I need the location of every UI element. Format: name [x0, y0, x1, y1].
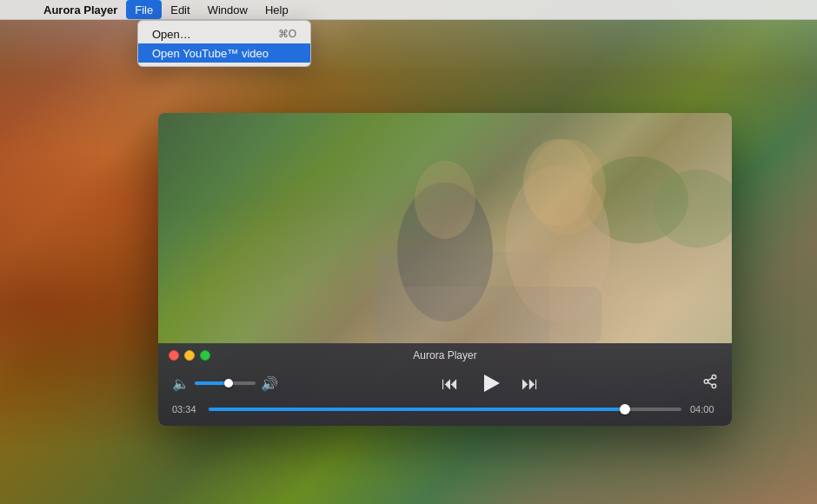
menu-item-open[interactable]: Open… ⌘O — [138, 24, 310, 43]
progress-fill — [209, 408, 625, 411]
rewind-icon: ⏮ — [442, 374, 459, 394]
player-title: Aurora Player — [413, 349, 476, 361]
menubar-app-name[interactable]: Aurora Player — [35, 0, 126, 19]
svg-point-11 — [704, 380, 708, 384]
minimize-button[interactable] — [184, 350, 195, 361]
menubar-edit[interactable]: Edit — [162, 0, 198, 19]
svg-line-14 — [707, 378, 712, 381]
progress-row: 03:34 04:00 — [158, 399, 732, 420]
maximize-button[interactable] — [200, 350, 210, 361]
volume-low-icon[interactable]: 🔈 — [172, 375, 189, 392]
volume-section: 🔈 🔊 — [172, 375, 278, 392]
title-bar: Aurora Player — [158, 343, 732, 368]
window-buttons — [169, 350, 210, 361]
forward-button[interactable]: ⏭ — [521, 374, 539, 394]
control-bar: Aurora Player 🔈 🔊 ⏮ — [158, 343, 732, 426]
menu-item-youtube-label: Open YouTube™ video — [152, 47, 269, 60]
rewind-button[interactable]: ⏮ — [442, 374, 459, 394]
svg-point-8 — [528, 139, 606, 235]
play-button[interactable] — [476, 369, 504, 397]
volume-thumb — [224, 379, 233, 388]
svg-line-13 — [707, 382, 712, 385]
video-area[interactable]: Aurora Player 🔈 🔊 ⏮ — [158, 113, 732, 426]
share-button[interactable] — [702, 374, 718, 393]
menubar-window[interactable]: Window — [199, 0, 256, 19]
menubar-file[interactable]: File — [126, 0, 162, 19]
volume-slider[interactable] — [195, 381, 256, 385]
menubar-help[interactable]: Help — [256, 0, 297, 19]
volume-high-icon[interactable]: 🔊 — [261, 375, 278, 392]
share-icon — [702, 374, 718, 389]
menu-item-open-label: Open… — [152, 28, 191, 41]
progress-bar[interactable] — [209, 408, 681, 411]
close-button[interactable] — [169, 350, 179, 361]
svg-point-5 — [415, 161, 475, 239]
play-icon — [484, 375, 500, 392]
file-dropdown-menu: Open… ⌘O Open YouTube™ video — [137, 20, 311, 67]
player-window: Aurora Player 🔈 🔊 ⏮ — [158, 113, 732, 426]
current-time: 03:34 — [172, 404, 200, 414]
progress-thumb — [620, 404, 630, 414]
total-time: 04:00 — [690, 404, 718, 414]
svg-rect-9 — [375, 287, 601, 343]
playback-controls: ⏮ ⏭ — [285, 369, 695, 397]
svg-point-12 — [712, 384, 716, 388]
menu-item-open-shortcut: ⌘O — [278, 28, 296, 40]
menubar: Aurora Player File Edit Window Help — [0, 0, 817, 20]
forward-icon: ⏭ — [521, 374, 539, 394]
menu-item-open-youtube[interactable]: Open YouTube™ video — [138, 43, 310, 63]
video-content-svg — [158, 113, 732, 343]
controls-row: 🔈 🔊 ⏮ ⏭ — [158, 368, 732, 399]
svg-point-10 — [712, 375, 716, 380]
